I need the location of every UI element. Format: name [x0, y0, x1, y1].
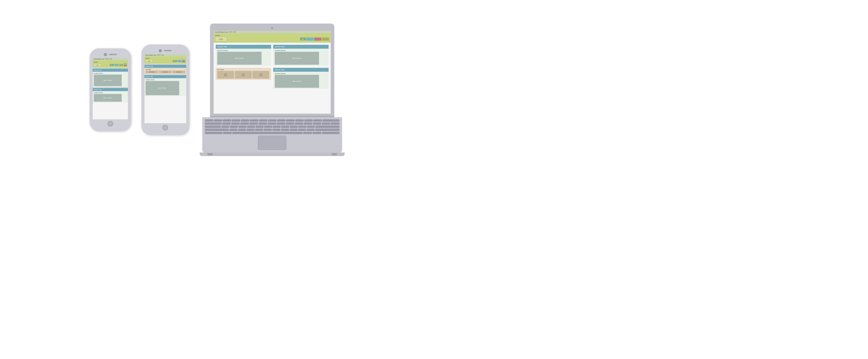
logo-small: Logo	[94, 63, 101, 67]
info-slider-medium: Info Slider Info Item Info Item Info Ite…	[145, 68, 186, 74]
key-w	[231, 123, 240, 125]
nav-sub2-small	[124, 65, 127, 66]
home-btn-medium	[162, 125, 168, 130]
laptop-keyboard	[202, 117, 342, 153]
section-title-1-medium: Section Title	[145, 65, 186, 68]
info-slider-laptop: Info Slider InfoItem InfoItem InfoItem	[216, 68, 271, 80]
key-m	[281, 129, 289, 131]
content-section-1-small: Content Section Main Content	[93, 72, 128, 87]
key-i	[286, 123, 294, 125]
laptop-camera-bar	[214, 27, 331, 29]
laptop-camera	[271, 27, 273, 29]
wireframe-screen-small: Social Media Links Header Logo Nav	[93, 58, 128, 119]
phone-top-bar-small	[93, 53, 128, 56]
content-label-2-small: Content Section	[94, 92, 127, 93]
key-pd	[298, 129, 306, 131]
key-l	[290, 126, 298, 128]
key-11	[295, 119, 304, 122]
key-p	[304, 123, 312, 125]
section-title-1-small: Section Title	[93, 69, 128, 72]
info-items-laptop: InfoItem InfoItem InfoItem	[217, 71, 270, 79]
phone-top-bar-medium	[145, 49, 186, 52]
content-label-col2-2-laptop: Content Section	[275, 73, 327, 74]
key-3	[223, 119, 231, 122]
col2-section1-laptop: Section Title Content Section Main Conte…	[273, 45, 329, 66]
key-9	[277, 119, 286, 122]
laptop-screen: Social Media Links Header Logo Nav	[214, 31, 331, 113]
kbd-row-1	[205, 119, 339, 122]
laptop-foot-left	[208, 153, 213, 155]
key-e	[240, 123, 249, 125]
nav-btn-medium: Nav	[173, 60, 177, 62]
key-f	[247, 126, 255, 128]
key-caps	[205, 126, 221, 128]
nav-item1-laptop	[306, 37, 314, 41]
phone-camera-small	[104, 53, 107, 56]
key-z	[229, 129, 238, 131]
header-label-laptop: Header	[215, 35, 329, 36]
content-section-2-medium: Content Section Main Content	[145, 78, 186, 96]
nav-item2-small	[119, 64, 123, 66]
nav-sub1-small	[124, 63, 127, 65]
info-slider-label-medium: Info Slider	[146, 69, 185, 70]
social-bar-laptop: Social Media Links	[214, 31, 331, 33]
key-v	[255, 129, 263, 131]
key-y	[268, 123, 276, 125]
content-section-2-small: Content Section Main Content	[93, 91, 128, 102]
key-r	[249, 123, 258, 125]
content-label-col2-1-laptop: Content Section	[275, 50, 327, 51]
main-content-col2-2-laptop: Main Content	[275, 75, 319, 88]
main-content-2-medium: Main Content	[146, 81, 179, 95]
key-ctrl-r	[322, 132, 339, 134]
social-bar-small: Social Media Links	[93, 58, 128, 60]
header-inner-medium: Logo Nav	[146, 60, 185, 63]
laptop-foot-right	[332, 153, 337, 155]
social-bar-medium: Social Media Links	[145, 54, 186, 57]
key-s	[230, 126, 238, 128]
sm-box-med-1	[157, 54, 160, 56]
section-title-2-small: Section Title	[93, 88, 128, 91]
key-space	[232, 132, 303, 134]
phone-screen-medium: Social Media Links Header Logo Nav	[145, 54, 186, 123]
key-fn	[313, 132, 321, 134]
info-item-1-medium: Info Item	[159, 71, 172, 73]
nav-item3-laptop	[322, 37, 329, 41]
laptop-hinge	[210, 116, 334, 117]
content-section-col2-2-laptop: Content Section Main Content	[273, 72, 329, 89]
key-o	[295, 123, 303, 125]
content-section-col1-1-laptop: Content Section Main Content	[216, 48, 271, 66]
col1-section1-laptop: Section Title Content Section Main Conte…	[216, 45, 271, 66]
kbd-row-2	[205, 123, 339, 125]
nav-area-small: Nav	[110, 63, 127, 66]
key-c	[247, 129, 254, 131]
key-n	[272, 129, 280, 131]
info-item-2-medium: Info Item	[173, 71, 185, 73]
key-6	[250, 119, 258, 122]
key-k	[281, 126, 289, 128]
kbd-row-3	[205, 126, 339, 128]
phone-camera-medium	[159, 49, 162, 52]
key-2	[214, 119, 222, 122]
phone-speaker-small	[109, 54, 117, 55]
section-title-col2-1-laptop: Section Title	[273, 45, 329, 48]
main-content-2-small: Main Content	[94, 94, 122, 102]
key-alt-l	[223, 132, 232, 134]
key-g	[256, 126, 264, 128]
phone-speaker-medium	[164, 50, 172, 51]
key-x	[238, 129, 246, 131]
key-h	[264, 126, 272, 128]
col2-section2-laptop: Section Title Content Section Main Conte…	[273, 68, 329, 89]
kbd-row-4	[205, 129, 339, 131]
col-2-laptop: Section Title Content Section Main Conte…	[273, 45, 329, 91]
info-item-0-laptop: InfoItem	[217, 71, 234, 79]
sm-box-2	[110, 58, 112, 60]
laptop-screen-outer: Social Media Links Header Logo Nav	[210, 24, 334, 116]
laptop-base	[200, 153, 345, 156]
key-a	[221, 126, 229, 128]
header-laptop: Header Logo Nav	[214, 33, 331, 43]
nav-item1-small	[115, 64, 119, 66]
logo-laptop: Logo	[215, 37, 227, 41]
key-sc	[298, 126, 306, 128]
key-ctrl	[205, 132, 222, 134]
key-12	[304, 119, 313, 122]
